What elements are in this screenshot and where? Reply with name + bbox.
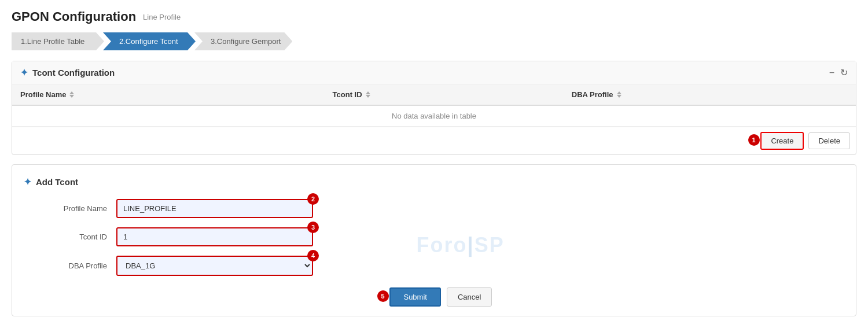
form-body: Foro|SP Profile Name 2 Tcont ID 3 DBA P (24, 199, 844, 307)
card-header-right: − ↻ (829, 67, 848, 78)
badge-4: 4 (307, 250, 319, 261)
sort-icon-profile (69, 91, 74, 98)
badge-2: 2 (307, 193, 319, 205)
page-subtitle: Line Profile (143, 13, 181, 21)
col-profile-name[interactable]: Profile Name (12, 84, 325, 105)
sort-icon-dba (617, 91, 621, 98)
card-title: Tcont Configuration (32, 68, 115, 78)
dba-profile-group: DBA Profile DBA_1G DBA_100M DBA_10M 4 (24, 256, 844, 276)
table-actions: 1 Create Delete (12, 127, 856, 154)
card-header: ✦ Tcont Configuration − ↻ (12, 61, 856, 84)
badge-5: 5 (377, 290, 389, 302)
cancel-button[interactable]: Cancel (447, 287, 492, 307)
badge-1: 1 (748, 134, 760, 146)
col-tcont-id[interactable]: Tcont ID (325, 84, 564, 105)
step-3[interactable]: 3.Configure Gemport (194, 32, 292, 50)
add-tcont-card: ✦ Add Tcont Foro|SP Profile Name 2 Tcont… (12, 164, 856, 316)
tcont-config-card: ✦ Tcont Configuration − ↻ Profile Name (12, 61, 856, 155)
profile-name-group: Profile Name 2 (24, 199, 844, 218)
submit-badge-wrap: 5 Submit (376, 287, 441, 307)
add-tcont-icon: ✦ (24, 176, 31, 187)
dba-profile-select[interactable]: DBA_1G DBA_100M DBA_10M (116, 256, 313, 276)
steps-bar: 1.Line Profile Table 2.Configure Tcont 3… (12, 32, 856, 50)
badge-3: 3 (307, 222, 319, 233)
add-tcont-header: ✦ Add Tcont (24, 176, 844, 187)
sort-icon-tcont (366, 91, 370, 98)
minimize-button[interactable]: − (829, 68, 834, 78)
col-dba-profile[interactable]: DBA Profile (564, 84, 856, 105)
create-button[interactable]: Create (760, 132, 804, 150)
table-header-row: Profile Name Tcont ID (12, 84, 856, 105)
profile-name-label: Profile Name (24, 204, 116, 213)
dba-profile-label: DBA Profile (24, 261, 116, 270)
create-badge-wrap: 1 Create (747, 132, 804, 150)
no-data-row: No data available in table (12, 105, 856, 127)
add-tcont-title: Add Tcont (36, 177, 78, 187)
tcont-id-input[interactable] (116, 227, 313, 246)
submit-button[interactable]: Submit (389, 287, 440, 307)
step-1[interactable]: 1.Line Profile Table (12, 32, 104, 50)
page-header: GPON Configuration Line Profile (12, 9, 856, 24)
card-header-left: ✦ Tcont Configuration (20, 67, 115, 78)
delete-button[interactable]: Delete (808, 132, 850, 149)
tcont-table: Profile Name Tcont ID (12, 84, 856, 127)
page-title: GPON Configuration (12, 9, 136, 24)
step-2[interactable]: 2.Configure Tcont (103, 32, 196, 50)
puzzle-icon: ✦ (20, 67, 28, 78)
profile-name-input[interactable] (116, 199, 313, 218)
no-data-cell: No data available in table (12, 105, 856, 127)
tcont-id-group: Tcont ID 3 (24, 227, 844, 246)
form-actions: 5 Submit Cancel (24, 287, 844, 307)
refresh-button[interactable]: ↻ (840, 67, 848, 78)
tcont-id-label: Tcont ID (24, 233, 116, 241)
